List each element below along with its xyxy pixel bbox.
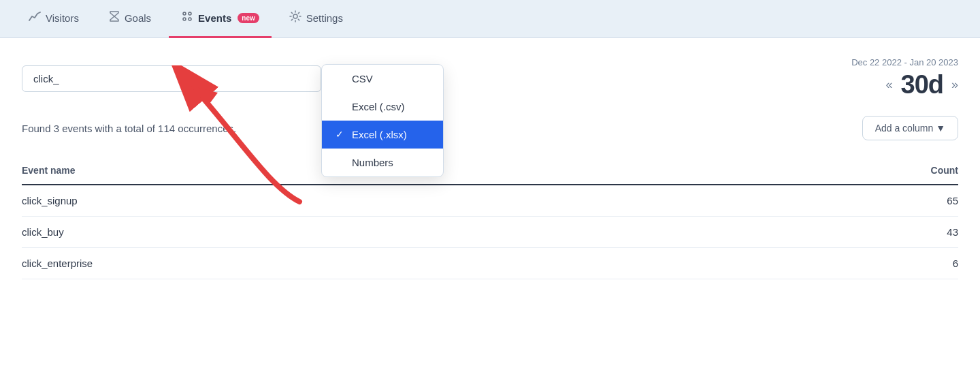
svg-point-4: [189, 18, 191, 20]
nav-item-goals[interactable]: Goals: [97, 0, 163, 38]
event-name-cell: click_signup: [22, 185, 696, 217]
left-controls: Download CSV Excel (.csv) ✓ Excel (.xlsx…: [22, 64, 424, 93]
main-content: Download CSV Excel (.csv) ✓ Excel (.xlsx…: [0, 38, 980, 372]
period-controls: « 30d »: [885, 70, 958, 99]
events-icon: [181, 10, 193, 25]
table-row: click_buy 43: [22, 217, 958, 248]
settings-icon: [289, 10, 301, 25]
event-name-cell: click_enterprise: [22, 248, 696, 279]
table-header: Event name Count: [22, 159, 958, 185]
visitors-icon: [29, 11, 41, 25]
add-column-label: Add a column ▼: [875, 123, 945, 134]
count-cell: 6: [696, 248, 958, 279]
dropdown-item-csv[interactable]: CSV: [322, 65, 443, 93]
svg-point-1: [183, 12, 186, 15]
search-input[interactable]: [22, 65, 321, 92]
prev-period-button[interactable]: «: [885, 78, 892, 92]
table-body: click_signup 65 click_buy 43 click_enter…: [22, 185, 958, 279]
top-row: Download CSV Excel (.csv) ✓ Excel (.xlsx…: [22, 57, 958, 99]
dropdown-label-excel-csv: Excel (.csv): [352, 101, 405, 112]
nav-label-settings: Settings: [306, 12, 343, 24]
nav-bar: Visitors Goals Events new Setti: [0, 0, 980, 38]
events-badge: new: [238, 13, 259, 23]
next-period-button[interactable]: »: [951, 78, 958, 92]
goals-icon: [109, 10, 120, 25]
col-count: Count: [696, 159, 958, 185]
add-column-button[interactable]: Add a column ▼: [862, 116, 958, 140]
nav-item-visitors[interactable]: Visitors: [16, 0, 91, 38]
stats-row: Found 3 events with a total of 114 occur…: [22, 116, 958, 140]
svg-point-2: [189, 12, 191, 15]
svg-point-3: [183, 18, 186, 20]
table-row: click_signup 65: [22, 185, 958, 217]
count-cell: 43: [696, 217, 958, 248]
download-dropdown: CSV Excel (.csv) ✓ Excel (.xlsx) Numbers: [321, 64, 444, 177]
nav-label-events: Events: [198, 12, 231, 24]
svg-marker-0: [110, 12, 118, 21]
dropdown-item-excel-csv[interactable]: Excel (.csv): [322, 93, 443, 121]
period-label: 30d: [901, 70, 943, 99]
events-table: Event name Count click_signup 65 click_b…: [22, 159, 958, 279]
nav-label-visitors: Visitors: [46, 12, 79, 24]
date-range: Dec 22 2022 - Jan 20 2023: [851, 57, 958, 67]
dropdown-item-numbers[interactable]: Numbers: [322, 149, 443, 176]
count-cell: 65: [696, 185, 958, 217]
dropdown-label-numbers: Numbers: [352, 157, 393, 168]
check-excel-xlsx: ✓: [336, 129, 346, 140]
date-period: Dec 22 2022 - Jan 20 2023 « 30d »: [851, 57, 958, 99]
event-name-cell: click_buy: [22, 217, 696, 248]
nav-item-settings[interactable]: Settings: [277, 0, 355, 38]
dropdown-label-csv: CSV: [352, 73, 373, 84]
dropdown-item-excel-xlsx[interactable]: ✓ Excel (.xlsx): [322, 121, 443, 149]
stats-text: Found 3 events with a total of 114 occur…: [22, 123, 236, 134]
table-row: click_enterprise 6: [22, 248, 958, 279]
dropdown-label-excel-xlsx: Excel (.xlsx): [352, 129, 407, 140]
nav-item-events[interactable]: Events new: [169, 0, 272, 38]
nav-label-goals: Goals: [125, 12, 151, 24]
svg-point-5: [293, 14, 297, 18]
